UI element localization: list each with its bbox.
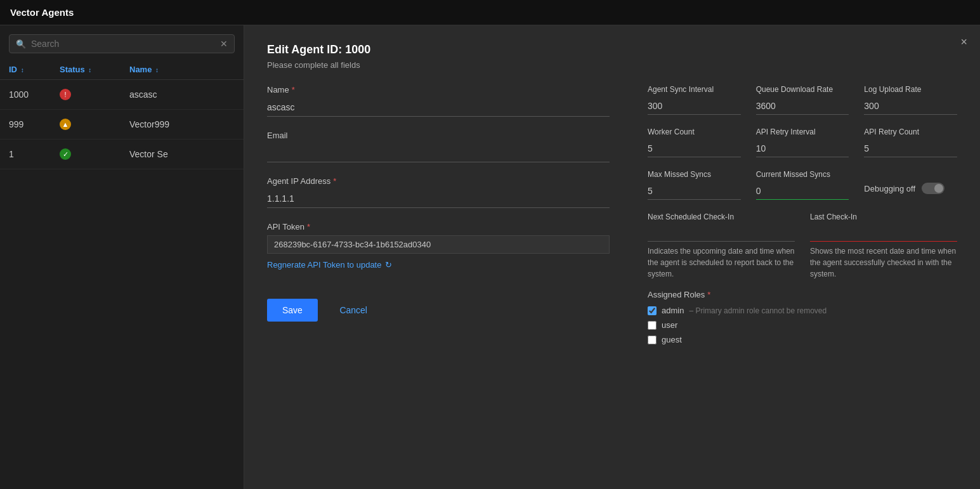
- role-checkbox-admin[interactable]: [648, 306, 657, 315]
- assigned-roles-label: Assigned Roles *: [648, 290, 957, 299]
- name-input[interactable]: [267, 98, 610, 117]
- checkin-section: Next Scheduled Check-In Indicates the up…: [648, 212, 957, 280]
- col-header-status[interactable]: Status ↕: [60, 65, 129, 74]
- worker-count-field: Worker Count: [648, 127, 741, 157]
- last-checkin-field: Last Check-In Shows the most recent date…: [810, 212, 957, 280]
- role-checkbox-guest[interactable]: [648, 336, 657, 344]
- row-status: ✓: [60, 148, 129, 160]
- last-checkin-desc: Shows the most recent date and time when…: [810, 245, 957, 280]
- role-row-guest: guest: [648, 335, 957, 344]
- name-field-group: Name *: [267, 85, 610, 117]
- row-name: ascasc: [129, 89, 235, 100]
- debugging-toggle-container: Debugging off: [864, 170, 957, 194]
- app-title: Vector Agents: [10, 7, 74, 18]
- missed-syncs-row: Max Missed Syncs Current Missed Syncs De…: [648, 170, 957, 200]
- role-row-admin: admin – Primary admin role cannot be rem…: [648, 306, 957, 315]
- search-clear-icon[interactable]: ✕: [220, 39, 228, 49]
- next-checkin-label: Next Scheduled Check-In: [648, 212, 795, 221]
- agent-sync-interval-input[interactable]: [648, 98, 741, 115]
- roles-required: *: [707, 290, 710, 299]
- api-token-required: *: [307, 222, 310, 231]
- debugging-label: Debugging off: [864, 184, 915, 193]
- search-input[interactable]: [31, 39, 220, 49]
- top-bar: Vector Agents: [0, 0, 980, 25]
- api-retry-interval-field: API Retry Interval: [756, 127, 849, 157]
- email-input[interactable]: [267, 144, 610, 162]
- current-missed-syncs-label: Current Missed Syncs: [756, 170, 849, 179]
- agent-ip-input[interactable]: [267, 190, 610, 208]
- row-name: Vector Se: [129, 149, 235, 159]
- log-upload-rate-label: Log Upload Rate: [864, 85, 957, 94]
- current-missed-syncs-input[interactable]: [756, 183, 849, 200]
- current-missed-syncs-field: Current Missed Syncs: [756, 170, 849, 200]
- col-header-id[interactable]: ID ↕: [9, 65, 60, 74]
- api-token-field-group: API Token * Regnerate API Token to updat…: [267, 222, 610, 270]
- row-status: ▲: [60, 119, 129, 130]
- modal-overlay: × Edit Agent ID: 1000 Please complete al…: [244, 25, 980, 489]
- api-retry-count-input[interactable]: [864, 140, 957, 157]
- middle-fields-grid: Worker Count API Retry Interval API Retr…: [648, 127, 957, 157]
- top-fields-grid: Agent Sync Interval Queue Download Rate …: [648, 85, 957, 115]
- role-name-user: user: [662, 320, 677, 330]
- row-id: 1000: [9, 89, 60, 100]
- sidebar: 🔍 ✕ ID ↕ Status ↕ Name ↕ 1000 ! ascasc 9…: [0, 25, 244, 489]
- worker-count-input[interactable]: [648, 140, 741, 157]
- col-header-name[interactable]: Name ↕: [129, 65, 235, 74]
- email-field-group: Email: [267, 131, 610, 162]
- queue-download-rate-label: Queue Download Rate: [756, 85, 849, 94]
- role-checkbox-user[interactable]: [648, 321, 657, 330]
- next-checkin-desc: Indicates the upcoming date and time whe…: [648, 245, 795, 280]
- name-required: *: [292, 85, 295, 95]
- api-retry-count-label: API Retry Count: [864, 127, 957, 136]
- name-label: Name *: [267, 85, 610, 95]
- save-button[interactable]: Save: [267, 299, 318, 322]
- agent-sync-interval-field: Agent Sync Interval: [648, 85, 741, 115]
- form-layout: Name * Email Agent IP Address *: [267, 85, 957, 349]
- table-row[interactable]: 1000 ! ascasc: [0, 80, 244, 110]
- table-header: ID ↕ Status ↕ Name ↕: [0, 60, 244, 80]
- max-missed-syncs-field: Max Missed Syncs: [648, 170, 741, 200]
- api-token-input[interactable]: [267, 235, 610, 254]
- modal-subtitle: Please complete all fields: [267, 60, 957, 70]
- role-name-guest: guest: [662, 335, 682, 344]
- table-row[interactable]: 999 ▲ Vector999: [0, 110, 244, 140]
- api-retry-count-field: API Retry Count: [864, 127, 957, 157]
- form-actions: Save Cancel: [267, 284, 610, 322]
- queue-download-rate-field: Queue Download Rate: [756, 85, 849, 115]
- agent-ip-required: *: [333, 176, 336, 186]
- search-container: 🔍 ✕: [9, 34, 235, 53]
- row-id: 999: [9, 119, 60, 129]
- log-upload-rate-field: Log Upload Rate: [864, 85, 957, 115]
- form-right: Agent Sync Interval Queue Download Rate …: [648, 85, 957, 349]
- queue-download-rate-input[interactable]: [756, 98, 849, 115]
- modal-content: × Edit Agent ID: 1000 Please complete al…: [244, 25, 980, 489]
- role-note-admin: – Primary admin role cannot be removed: [689, 306, 826, 315]
- next-checkin-input[interactable]: [648, 225, 795, 242]
- agent-ip-field-group: Agent IP Address *: [267, 176, 610, 208]
- row-status: !: [60, 89, 129, 100]
- cancel-button[interactable]: Cancel: [327, 299, 380, 322]
- table-row[interactable]: 1 ✓ Vector Se: [0, 140, 244, 169]
- status-error-icon: !: [60, 89, 71, 100]
- role-name-admin: admin: [662, 306, 684, 315]
- log-upload-rate-input[interactable]: [864, 98, 957, 115]
- regen-token-link[interactable]: Regnerate API Token to update ↻: [267, 260, 610, 270]
- api-retry-interval-input[interactable]: [756, 140, 849, 157]
- status-warning-icon: ▲: [60, 119, 71, 130]
- status-ok-icon: ✓: [60, 148, 71, 160]
- worker-count-label: Worker Count: [648, 127, 741, 136]
- agent-ip-label: Agent IP Address *: [267, 176, 610, 186]
- role-row-user: user: [648, 320, 957, 330]
- max-missed-syncs-label: Max Missed Syncs: [648, 170, 741, 179]
- modal-close-button[interactable]: ×: [960, 36, 967, 49]
- modal-title: Edit Agent ID: 1000: [267, 43, 957, 56]
- row-id: 1: [9, 149, 60, 159]
- form-left: Name * Email Agent IP Address *: [267, 85, 610, 349]
- debugging-toggle[interactable]: [922, 183, 944, 194]
- next-checkin-field: Next Scheduled Check-In Indicates the up…: [648, 212, 795, 280]
- max-missed-syncs-input[interactable]: [648, 183, 741, 200]
- row-name: Vector999: [129, 119, 235, 129]
- last-checkin-input[interactable]: [810, 225, 957, 242]
- api-token-label: API Token *: [267, 222, 610, 231]
- search-icon: 🔍: [16, 39, 26, 49]
